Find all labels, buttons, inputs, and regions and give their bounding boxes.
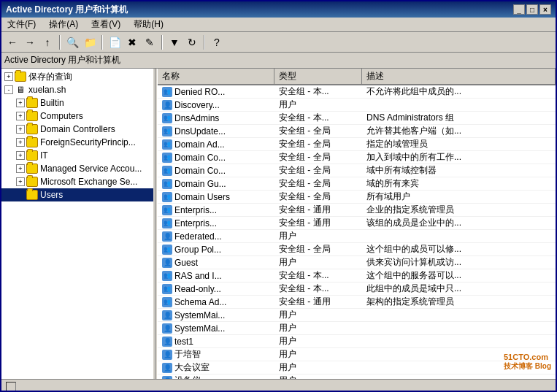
- tree-label-it: IT: [40, 150, 48, 161]
- cell-type: 用户: [274, 347, 362, 361]
- table-row[interactable]: 👥 Enterpris... 安全组 - 通用 该组的成员是企业中的...: [158, 217, 556, 230]
- user-icon: 👤: [162, 323, 172, 334]
- row-name-text: 大会议室: [174, 361, 210, 374]
- table-row[interactable]: 👤 Discovery... 用户: [158, 99, 556, 112]
- menu-file[interactable]: 文件(F): [4, 18, 39, 31]
- col-header-desc[interactable]: 描述: [362, 69, 556, 84]
- expand-icon-it[interactable]: +: [16, 151, 25, 160]
- table-row[interactable]: 👤 Federated... 用户: [158, 230, 556, 243]
- minimize-button[interactable]: _: [513, 4, 525, 15]
- expand-icon-xuelan[interactable]: -: [4, 85, 13, 94]
- row-name-text: DnsAdmins: [174, 113, 219, 123]
- table-row[interactable]: 👥 DnsUpdate... 安全组 - 全局 允许替其他客户端（如...: [158, 125, 556, 138]
- expand-icon-computers[interactable]: +: [16, 112, 25, 120]
- expand-icon-exchange[interactable]: +: [16, 177, 25, 186]
- table-row[interactable]: 👤 SystemMai... 用户: [158, 309, 556, 322]
- toolbar-separator-2: [101, 35, 103, 50]
- tree-item-xuelan[interactable]: - 🖥 xuelan.sh: [1, 83, 153, 96]
- expand-icon-managed[interactable]: +: [16, 164, 25, 173]
- cell-desc: 供来宾访问计算机或访...: [362, 255, 556, 269]
- refresh-button[interactable]: ↻: [184, 34, 200, 50]
- tree-item-dc[interactable]: + Domain Controllers: [1, 123, 153, 136]
- folder-icon-users: [26, 189, 38, 201]
- expand-icon-builtin[interactable]: +: [16, 99, 25, 107]
- user-icon: 👤: [162, 231, 172, 242]
- table-row[interactable]: 👥 Domain Co... 安全组 - 全局 域中所有域控制器: [158, 164, 556, 177]
- up-button[interactable]: ↑: [39, 34, 55, 50]
- filter-button[interactable]: ▼: [166, 34, 183, 50]
- menu-action[interactable]: 操作(A): [46, 18, 81, 31]
- cell-type: 安全组 - 本...: [274, 85, 362, 99]
- cell-desc: [362, 341, 556, 342]
- tree-item-users[interactable]: Users: [1, 188, 153, 201]
- table-row[interactable]: 👥 Domain Co... 安全组 - 全局 加入到域中的所有工作...: [158, 151, 556, 164]
- table-row[interactable]: 👤 于培智 用户: [158, 348, 556, 361]
- table-row[interactable]: 👥 Denied RO... 安全组 - 本... 不允许将此组中成员的...: [158, 85, 556, 99]
- search-button[interactable]: 🔍: [64, 34, 80, 50]
- table-row[interactable]: 👥 DnsAdmins 安全组 - 本... DNS Administrator…: [158, 112, 556, 125]
- tree-item-it[interactable]: + IT: [1, 149, 153, 162]
- tree-item-saved-queries[interactable]: + 保存的查询: [1, 70, 153, 83]
- cell-type: 安全组 - 通用: [274, 295, 362, 309]
- window-title: Active Directory 用户和计算机: [6, 4, 128, 16]
- table-row[interactable]: 👥 Read-only... 安全组 - 本... 此组中的成员是域中只...: [158, 283, 556, 296]
- table-row[interactable]: 👥 Domain Ad... 安全组 - 全局 指定的域管理员: [158, 138, 556, 151]
- table-row[interactable]: 👤 test1 用户: [158, 335, 556, 348]
- group-icon: 👥: [162, 87, 172, 97]
- table-row[interactable]: 👤 设备仪 用户: [158, 374, 556, 379]
- row-name-text: Domain Users: [174, 192, 230, 202]
- back-button[interactable]: ←: [4, 34, 20, 50]
- folder-button[interactable]: 📁: [82, 34, 98, 50]
- menu-view[interactable]: 查看(V): [88, 18, 123, 31]
- properties-button[interactable]: ✎: [142, 34, 158, 50]
- main-window: Active Directory 用户和计算机 _ □ × 文件(F) 操作(A…: [0, 0, 557, 392]
- help-btn[interactable]: ?: [209, 34, 225, 50]
- delete-button[interactable]: ✖: [124, 34, 140, 50]
- group-icon: 👥: [162, 205, 172, 215]
- expand-icon-saved-queries[interactable]: +: [4, 72, 13, 81]
- tree-item-computers[interactable]: + Computers: [1, 109, 153, 123]
- cell-desc: 这个组中的服务器可以...: [362, 269, 556, 283]
- table-row[interactable]: 👥 Domain Users 安全组 - 全局 所有域用户: [158, 191, 556, 204]
- tree-item-foreign[interactable]: + ForeignSecurityPrincip...: [1, 136, 153, 149]
- toolbar-separator-4: [204, 35, 205, 50]
- cell-type: 用户: [274, 361, 362, 374]
- col-header-type[interactable]: 类型: [274, 69, 362, 84]
- table-row[interactable]: 👥 RAS and I... 安全组 - 本... 这个组中的服务器可以...: [158, 269, 556, 283]
- forward-button[interactable]: →: [22, 34, 38, 50]
- row-name-text: Enterpris...: [174, 218, 217, 228]
- table-row[interactable]: 👥 Enterpris... 安全组 - 通用 企业的指定系统管理员: [158, 204, 556, 217]
- cell-name: 👤 Guest: [158, 257, 274, 269]
- group-icon: 👥: [162, 284, 172, 294]
- title-bar: Active Directory 用户和计算机 _ □ ×: [1, 1, 556, 18]
- table-row[interactable]: 👤 Guest 用户 供来宾访问计算机或访...: [158, 256, 556, 269]
- status-bar: [1, 379, 556, 392]
- cell-desc: [362, 315, 556, 316]
- col-header-name[interactable]: 名称: [158, 69, 274, 84]
- expand-icon-foreign[interactable]: +: [16, 138, 25, 147]
- expand-icon-dc[interactable]: +: [16, 125, 25, 134]
- cell-desc: 此组中的成员是域中只...: [362, 282, 556, 296]
- cell-desc: DNS Administrators 组: [362, 111, 556, 125]
- cell-type: 安全组 - 全局: [274, 242, 362, 256]
- new-button[interactable]: 📄: [107, 34, 123, 50]
- cell-name: 👥 RAS and I...: [158, 270, 274, 282]
- tree-item-managed[interactable]: + Managed Service Accou...: [1, 162, 153, 175]
- close-button[interactable]: ×: [539, 4, 551, 15]
- maximize-button[interactable]: □: [526, 4, 538, 15]
- cell-name: 👥 Domain Co...: [158, 152, 274, 164]
- tree-pane[interactable]: + 保存的查询 - 🖥 xuelan.sh + Builtin: [1, 69, 155, 379]
- tree-item-builtin[interactable]: + Builtin: [1, 96, 153, 109]
- table-row[interactable]: 👤 大会议室 用户: [158, 361, 556, 374]
- table-row[interactable]: 👥 Group Pol... 安全组 - 全局 这个组中的成员可以修...: [158, 243, 556, 256]
- list-pane[interactable]: 名称 类型 描述 👥 Denied RO... 安全组 - 本... 不允许将此…: [158, 69, 556, 379]
- row-name-text: Read-only...: [174, 284, 221, 294]
- table-row[interactable]: 👥 Schema Ad... 安全组 - 通用 架构的指定系统管理员: [158, 296, 556, 309]
- list-header: 名称 类型 描述: [158, 69, 556, 85]
- cell-type: 用户: [274, 321, 362, 335]
- table-row[interactable]: 👤 SystemMai... 用户: [158, 322, 556, 335]
- cell-desc: 允许替其他客户端（如...: [362, 124, 556, 138]
- tree-item-exchange[interactable]: + Microsoft Exchange Se...: [1, 175, 153, 188]
- menu-help[interactable]: 帮助(H): [131, 18, 166, 31]
- table-row[interactable]: 👥 Domain Gu... 安全组 - 全局 域的所有来宾: [158, 177, 556, 191]
